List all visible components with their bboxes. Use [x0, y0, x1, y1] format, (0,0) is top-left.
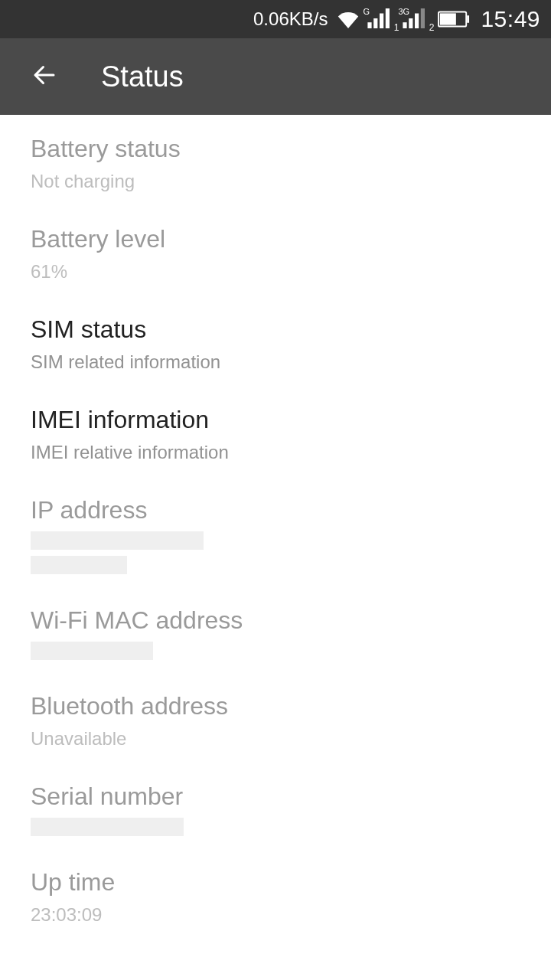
svg-rect-7	[421, 8, 425, 28]
row-label: Wi-Fi MAC address	[31, 605, 520, 635]
svg-rect-5	[409, 18, 413, 28]
row-value: 61%	[31, 260, 520, 283]
row-label: Serial number	[31, 781, 520, 812]
redacted-block	[31, 642, 153, 660]
status-row: Wi-Fi MAC address	[0, 591, 551, 677]
svg-rect-0	[368, 22, 372, 28]
row-label: SIM status	[31, 314, 520, 345]
row-label: Battery level	[31, 224, 520, 254]
network-speed: 0.06KB/s	[253, 8, 328, 30]
row-value	[31, 818, 520, 836]
row-value: 23:03:09	[31, 903, 520, 926]
svg-rect-10	[468, 15, 470, 23]
app-bar: Status	[0, 38, 551, 115]
row-value: Unavailable	[31, 727, 520, 750]
row-label: Battery status	[31, 133, 520, 164]
wifi-icon	[337, 10, 360, 28]
signal-sim1-icon: G 1	[367, 8, 395, 30]
status-row: IP address	[0, 481, 551, 591]
redacted-block	[31, 556, 127, 574]
battery-icon	[438, 11, 470, 28]
row-value: SIM related information	[31, 351, 520, 374]
svg-rect-9	[440, 13, 456, 24]
status-row: Serial number	[0, 767, 551, 853]
svg-rect-4	[403, 22, 407, 28]
row-label: Bluetooth address	[31, 691, 520, 721]
clock: 15:49	[481, 6, 540, 32]
system-status-bar: 0.06KB/s G 1 3G 2 15:49	[0, 0, 551, 38]
svg-rect-3	[386, 8, 390, 28]
status-list: Battery statusNot chargingBattery level6…	[0, 115, 551, 943]
signal-sim2-icon: 3G 2	[403, 8, 430, 30]
row-label: IMEI information	[31, 404, 520, 435]
row-value: IMEI relative information	[31, 441, 520, 464]
svg-rect-2	[380, 14, 383, 29]
status-row: Battery level61%	[0, 210, 551, 300]
svg-rect-6	[415, 14, 419, 29]
arrow-left-icon	[31, 61, 58, 92]
status-row: Bluetooth addressUnavailable	[0, 677, 551, 767]
row-label: IP address	[31, 495, 520, 525]
row-value	[31, 531, 520, 574]
redacted-block	[31, 818, 184, 836]
status-row: Up time23:03:09	[0, 853, 551, 943]
row-value	[31, 642, 520, 660]
row-value: Not charging	[31, 170, 520, 193]
status-row[interactable]: SIM statusSIM related information	[0, 300, 551, 390]
svg-rect-1	[374, 18, 378, 28]
row-label: Up time	[31, 867, 520, 897]
redacted-block	[31, 531, 204, 550]
status-row: Battery statusNot charging	[0, 119, 551, 210]
status-row[interactable]: IMEI informationIMEI relative informatio…	[0, 390, 551, 481]
back-button[interactable]	[26, 58, 63, 95]
page-title: Status	[101, 60, 184, 93]
